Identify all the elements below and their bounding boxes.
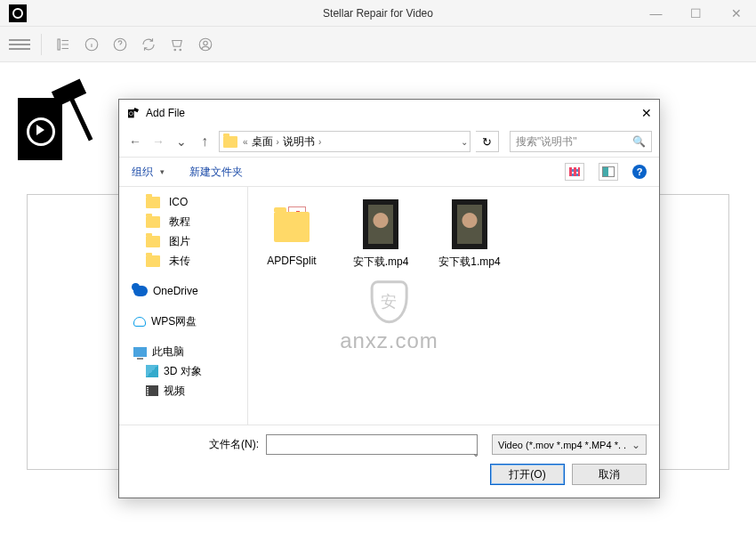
add-file-dialog: Add File ✕ ← → ⌄ ↑ « 桌面 › 说明书 › ⌄ ↻ 搜索"说… [118,99,660,498]
tree-item-OneDrive[interactable]: OneDrive [133,281,247,301]
breadcrumb-lead: « [243,137,248,147]
close-app-button[interactable]: ✕ [716,0,756,27]
refresh-icon[interactable] [138,34,159,55]
new-folder-button[interactable]: 新建文件夹 [189,165,243,180]
refresh-button[interactable]: ↻ [476,131,499,152]
breadcrumb[interactable]: « 桌面 › 说明书 › ⌄ [219,131,470,152]
3d-icon [146,365,158,377]
nav-recent-button[interactable]: ⌄ [173,134,190,149]
tree-item-视频[interactable]: 视频 [133,381,247,400]
video-icon [146,385,158,396]
filename-input[interactable] [266,434,478,455]
tree-item-label: 未传 [169,254,190,269]
tree-item-label: 教程 [169,214,190,230]
tree-item-label: WPS网盘 [151,314,197,329]
nav-back-button[interactable]: ← [126,134,144,149]
dialog-icon [126,106,141,120]
organize-dropdown-icon[interactable]: ▾ [160,167,165,176]
info-icon[interactable] [81,34,102,55]
search-input[interactable]: 搜索"说明书" 🔍 [510,131,652,152]
svg-point-4 [204,41,208,45]
tree-item-ICO[interactable]: ICO [133,192,247,212]
open-button[interactable]: 打开(O) [490,464,565,485]
tree-item-label: 3D 对象 [164,364,202,379]
file-item[interactable]: 安下载1.mp4 [435,199,504,270]
folder-icon [146,236,160,247]
breadcrumb-sep: › [318,137,321,147]
tree-item-label: ICO [169,196,188,208]
product-logo [18,85,102,169]
breadcrumb-sep: › [277,137,279,147]
onedrive-icon [133,286,148,296]
file-item[interactable]: APDFSplit [257,199,326,267]
tree-item-教程[interactable]: 教程 [133,212,247,231]
tree-item-3D 对象[interactable]: 3D 对象 [133,361,247,381]
list-icon[interactable] [52,34,74,55]
app-titlebar: Stellar Repair for Video — ☐ ✕ [0,0,756,27]
breadcrumb-dropdown[interactable]: ⌄ [461,137,468,147]
app-title: Stellar Repair for Video [323,7,433,20]
file-name-label: 安下载.mp4 [346,255,415,270]
svg-rect-0 [58,39,60,50]
hamburger-menu-button[interactable] [9,39,30,50]
tree-item-未传[interactable]: 未传 [133,251,247,271]
preview-pane-button[interactable] [599,163,618,181]
file-type-filter[interactable]: Video (*.mov *.mp4 *.MP4 *. . [492,434,647,455]
file-name-label: 安下载1.mp4 [435,255,504,270]
app-logo-icon [9,4,27,22]
dialog-navbar: ← → ⌄ ↑ « 桌面 › 说明书 › ⌄ ↻ 搜索"说明书" 🔍 [119,126,659,157]
filename-label: 文件名(N): [209,437,259,452]
folder-icon [146,197,160,208]
help-icon[interactable] [109,34,131,55]
dialog-body: ICO教程图片未传OneDriveWPS网盘此电脑3D 对象视频 APDFSpl… [119,187,659,425]
minimize-button[interactable]: — [636,0,676,27]
folder-thumb-icon [267,199,317,249]
nav-up-button[interactable]: ↑ [196,134,213,150]
tree-item-此电脑[interactable]: 此电脑 [133,342,247,361]
help-icon[interactable]: ? [632,165,647,179]
search-placeholder: 搜索"说明书" [516,134,577,150]
tree-item-label: 图片 [169,234,190,249]
nav-forward-button[interactable]: → [149,134,167,149]
cart-icon[interactable] [166,34,188,55]
cloud-icon [133,317,146,327]
dialog-titlebar: Add File ✕ [119,100,659,126]
video-thumb-icon [363,199,398,249]
tree-item-图片[interactable]: 图片 [133,231,247,251]
user-icon[interactable] [195,34,216,55]
maximize-button[interactable]: ☐ [676,0,716,27]
dialog-close-button[interactable]: ✕ [641,106,652,120]
organize-menu[interactable]: 组织 [132,165,153,180]
search-icon: 🔍 [632,135,646,148]
folder-icon [223,136,237,148]
dialog-toolbar: 组织 ▾ 新建文件夹 ? [119,157,659,187]
file-name-label: APDFSplit [257,255,326,267]
video-thumb-icon [452,199,487,249]
cancel-button[interactable]: 取消 [572,464,647,485]
breadcrumb-seg-0[interactable]: 桌面 [250,134,275,150]
app-toolbar [0,27,756,62]
folder-icon [146,216,160,228]
breadcrumb-seg-1[interactable]: 说明书 [281,134,317,150]
file-grid[interactable]: APDFSplit安下载.mp4安下载1.mp4 [248,187,659,425]
folder-icon [146,255,160,267]
file-item[interactable]: 安下载.mp4 [346,199,415,270]
pc-icon [133,347,147,357]
view-mode-button[interactable] [565,163,584,181]
nav-tree: ICO教程图片未传OneDriveWPS网盘此电脑3D 对象视频 [119,187,248,425]
toolbar-divider [41,34,42,55]
tree-item-label: 此电脑 [152,344,184,360]
dialog-title: Add File [146,107,185,119]
tree-item-label: 视频 [164,384,185,399]
tree-item-WPS网盘[interactable]: WPS网盘 [133,312,247,331]
tree-item-label: OneDrive [153,285,198,297]
dialog-footer: 文件名(N): ⌄ Video (*.mov *.mp4 *.MP4 *. . … [119,425,659,498]
